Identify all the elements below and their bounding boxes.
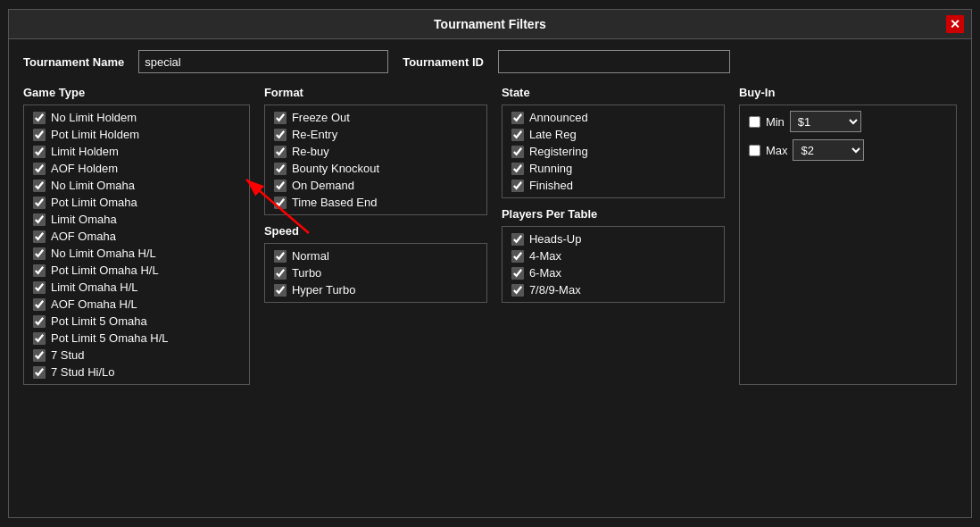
- checkbox-label: Finished: [529, 179, 573, 192]
- list-item: 4-Max: [511, 249, 715, 263]
- list-item: 7 Stud Hi/Lo: [33, 365, 240, 379]
- checkbox-label: No Limit Omaha H/L: [51, 247, 156, 260]
- checkbox[interactable]: [274, 163, 287, 175]
- list-item: Freeze Out: [274, 111, 478, 124]
- list-item: 7 Stud: [33, 348, 240, 362]
- checkbox[interactable]: [511, 284, 524, 297]
- checkbox-label: Pot Limit 5 Omaha H/L: [51, 331, 169, 345]
- buyin-min-select[interactable]: $1 $2 $5 $10: [790, 111, 861, 132]
- players-box: Heads-Up4-Max6-Max7/8/9-Max: [502, 226, 725, 303]
- checkbox[interactable]: [33, 163, 46, 175]
- list-item: Limit Holdem: [33, 145, 240, 158]
- checkbox[interactable]: [33, 366, 46, 379]
- list-item: Pot Limit Omaha: [33, 196, 240, 209]
- checkbox[interactable]: [33, 213, 46, 226]
- speed-title: Speed: [264, 224, 487, 238]
- list-item: 7/8/9-Max: [511, 283, 715, 297]
- list-item: Hyper Turbo: [274, 283, 478, 297]
- checkbox[interactable]: [511, 233, 524, 246]
- checkbox[interactable]: [33, 315, 46, 328]
- checkbox[interactable]: [274, 180, 287, 192]
- checkbox[interactable]: [511, 180, 524, 192]
- checkbox[interactable]: [33, 197, 46, 209]
- list-item: Re-Entry: [274, 128, 478, 141]
- checkbox-label: No Limit Holdem: [51, 111, 137, 124]
- checkbox[interactable]: [511, 129, 524, 141]
- list-item: No Limit Holdem: [33, 111, 240, 124]
- checkbox[interactable]: [33, 129, 46, 141]
- list-item: Limit Omaha: [33, 213, 240, 226]
- checkbox[interactable]: [33, 230, 46, 243]
- checkbox[interactable]: [33, 298, 46, 311]
- list-item: Normal: [274, 249, 478, 263]
- checkbox[interactable]: [511, 267, 524, 280]
- list-item: Pot Limit Omaha H/L: [33, 264, 240, 277]
- checkbox-label: Time Based End: [292, 196, 378, 209]
- list-item: Re-buy: [274, 145, 478, 158]
- checkbox[interactable]: [33, 180, 46, 192]
- players-per-table-title: Players Per Table: [502, 207, 725, 221]
- checkbox-label: Pot Limit Omaha H/L: [51, 264, 159, 277]
- buyin-max-label: Max: [766, 144, 788, 157]
- checkbox-label: Freeze Out: [292, 111, 350, 124]
- checkbox-label: Pot Limit Holdem: [51, 128, 139, 141]
- tournament-id-input[interactable]: [498, 50, 730, 73]
- checkbox-label: Heads-Up: [529, 232, 582, 246]
- checkbox-label: Normal: [292, 249, 329, 263]
- checkbox-label: AOF Holdem: [51, 162, 118, 175]
- close-button[interactable]: ✕: [946, 15, 964, 33]
- checkbox[interactable]: [274, 146, 287, 158]
- buyin-min-checkbox[interactable]: [749, 116, 760, 128]
- buyin-max-select[interactable]: $1 $2 $5 $10: [793, 139, 864, 161]
- checkbox-label: On Demand: [292, 179, 354, 192]
- players-per-table-section: Players Per Table Heads-Up4-Max6-Max7/8/…: [502, 207, 725, 303]
- checkbox-label: AOF Omaha: [51, 230, 116, 243]
- checkbox[interactable]: [33, 264, 46, 277]
- checkbox[interactable]: [274, 284, 287, 297]
- list-item: Pot Limit Holdem: [33, 128, 240, 141]
- checkbox[interactable]: [274, 129, 287, 141]
- checkbox-label: Hyper Turbo: [292, 283, 356, 297]
- checkbox[interactable]: [33, 281, 46, 294]
- list-item: AOF Holdem: [33, 162, 240, 175]
- checkbox[interactable]: [274, 250, 287, 263]
- state-box: AnnouncedLate RegRegisteringRunningFinis…: [502, 105, 725, 198]
- state-title: State: [502, 86, 725, 99]
- top-row: Tournament Name Tournament ID: [23, 50, 957, 73]
- checkbox[interactable]: [33, 332, 46, 345]
- list-item: Registering: [511, 145, 715, 158]
- checkbox-label: 7 Stud: [51, 348, 85, 362]
- buyin-max-checkbox[interactable]: [749, 145, 760, 156]
- checkbox-label: Announced: [529, 111, 588, 124]
- checkbox[interactable]: [33, 247, 46, 260]
- list-item: AOF Omaha: [33, 230, 240, 243]
- checkbox[interactable]: [511, 163, 524, 175]
- checkbox[interactable]: [274, 197, 287, 209]
- checkbox-label: Bounty Knockout: [292, 162, 379, 175]
- middle-col: Format Freeze OutRe-EntryRe-buyBounty Kn…: [264, 86, 487, 385]
- main-columns: Game Type No Limit HoldemPot Limit Holde…: [23, 86, 957, 385]
- checkbox[interactable]: [511, 112, 524, 124]
- tournament-id-label: Tournament ID: [403, 55, 484, 69]
- game-type-box: No Limit HoldemPot Limit HoldemLimit Hol…: [23, 105, 250, 385]
- checkbox-label: 7 Stud Hi/Lo: [51, 365, 115, 379]
- list-item: Late Reg: [511, 128, 715, 141]
- checkbox-label: Re-Entry: [292, 128, 337, 141]
- checkbox[interactable]: [33, 112, 46, 124]
- buyin-title: Buy-In: [739, 86, 957, 99]
- checkbox[interactable]: [274, 112, 287, 124]
- checkbox[interactable]: [274, 267, 287, 280]
- list-item: Bounty Knockout: [274, 162, 478, 175]
- format-box: Freeze OutRe-EntryRe-buyBounty KnockoutO…: [264, 105, 487, 215]
- list-item: 6-Max: [511, 266, 715, 280]
- tournament-name-input[interactable]: [138, 50, 388, 73]
- checkbox[interactable]: [33, 349, 46, 362]
- game-type-title: Game Type: [23, 86, 250, 99]
- buyin-min-row: Min $1 $2 $5 $10: [749, 111, 947, 132]
- dialog-title: Tournament Filters: [434, 17, 546, 31]
- checkbox[interactable]: [511, 146, 524, 158]
- checkbox[interactable]: [33, 146, 46, 158]
- list-item: Pot Limit 5 Omaha: [33, 314, 240, 328]
- checkbox[interactable]: [511, 250, 524, 263]
- checkbox-label: Limit Omaha H/L: [51, 280, 138, 294]
